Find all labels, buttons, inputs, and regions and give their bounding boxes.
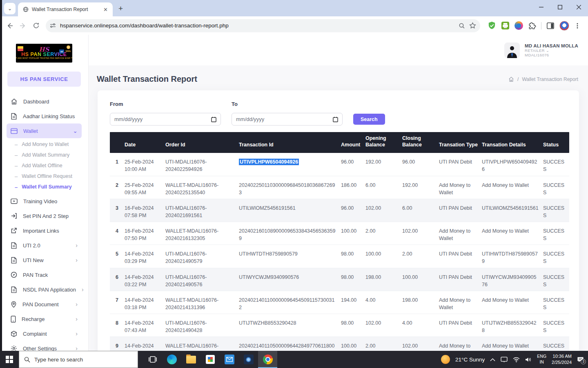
url-text[interactable]: hspanservice.onlinepsa.com/dashboard/wal… xyxy=(60,22,454,29)
time-value: 03:18 PM xyxy=(125,304,161,311)
tab-search-button[interactable]: ⌄ xyxy=(4,3,16,14)
tab-close-button[interactable]: ✕ xyxy=(102,7,109,13)
taskbar-chrome[interactable] xyxy=(258,351,277,368)
task-view-button[interactable] xyxy=(143,351,162,368)
site-info-icon[interactable] xyxy=(50,22,56,29)
taskbar-mail[interactable] xyxy=(220,351,239,368)
start-button[interactable] xyxy=(0,351,19,368)
sidebar-item-wallet[interactable]: Wallet ⌄ xyxy=(7,123,82,138)
row-transation-type: Add Money to Wallet xyxy=(439,222,482,245)
sidebar-item-recharge[interactable]: Recharge › xyxy=(7,312,82,326)
volume-icon[interactable] xyxy=(525,357,532,362)
to-date-input[interactable]: mm/dd/yyyy xyxy=(232,113,343,126)
transaction-id[interactable]: 20240214011000000964545091157300312 xyxy=(239,297,335,310)
tray-chevron-up-icon[interactable] xyxy=(490,358,495,361)
sidebar-item-dashboard[interactable]: Dashboard xyxy=(7,94,82,109)
taskbar-search-box[interactable]: Type here to search xyxy=(19,351,138,368)
sidebar-item-uti-new[interactable]: UTI New › xyxy=(7,253,82,267)
compass-icon xyxy=(11,272,17,278)
date-value: 14-Feb-2024 xyxy=(125,319,161,327)
user-menu[interactable]: MD ALI HASAN MOLLA RETAILER ⌄ MDALI16076 xyxy=(504,43,578,58)
transaction-id[interactable]: UTIWYCWJM9340990576 xyxy=(239,274,299,280)
row-amount: 96.00 xyxy=(341,153,365,168)
header-status: Status xyxy=(543,139,569,153)
header-closing-balance: Closing Balance xyxy=(402,132,439,153)
browser-tab[interactable]: Wallet Transaction Report ✕ xyxy=(18,2,113,16)
back-button[interactable] xyxy=(4,20,16,31)
transaction-id[interactable]: UTIJTWZHB8553290428 xyxy=(239,320,296,326)
window-close-button[interactable] xyxy=(569,0,588,14)
header-transation-details: Transation Details xyxy=(482,139,543,153)
notification-center-button[interactable]: 3 xyxy=(577,357,584,363)
sidebar-item-pan-track[interactable]: PAN Track xyxy=(7,267,82,282)
row-order-id: WALLET-MDALI16076-20240216132305 xyxy=(165,222,239,245)
taskbar-clock[interactable]: 10:36 AM2/25/2024 xyxy=(552,353,572,366)
sidebar-item-nsdl-pan-application[interactable]: NSDL PAN Application › xyxy=(7,282,82,297)
sidebar-item-aadhar-linking-status[interactable]: Aadhar Linking Status xyxy=(7,109,82,123)
taskbar-file-explorer[interactable] xyxy=(181,351,200,368)
taskbar-photos-app[interactable] xyxy=(239,351,258,368)
row-order-id: UTI-MDALI16076-2024021490428 xyxy=(165,314,239,337)
chevron-right-icon: › xyxy=(76,242,78,249)
from-date-input[interactable]: mm/dd/yyyy xyxy=(110,113,221,126)
reload-button[interactable] xyxy=(30,20,42,31)
browser-menu-kebab-icon[interactable] xyxy=(574,22,581,29)
window-maximize-button[interactable] xyxy=(550,0,569,14)
transaction-id[interactable]: 20240214011050000964428497706118003 xyxy=(239,343,335,351)
zoom-icon[interactable] xyxy=(459,22,465,29)
row-status: SUCCESS xyxy=(543,314,569,337)
weather-sun-icon[interactable] xyxy=(441,355,450,364)
extensions-puzzle-icon[interactable] xyxy=(528,22,536,30)
breadcrumb: / Wallet Transaction Report xyxy=(508,76,578,82)
mail-icon xyxy=(225,355,234,364)
forward-button[interactable] xyxy=(17,20,29,31)
printer-extension-icon[interactable] xyxy=(501,21,510,30)
sidebar-item-complaint[interactable]: Complaint › xyxy=(7,326,82,341)
transaction-id[interactable]: 20240216010890000965338434565363599 xyxy=(239,228,335,241)
sidebar-item-uti-20[interactable]: UTI 2.0 › xyxy=(7,238,82,253)
adguard-extension-icon[interactable] xyxy=(488,21,496,30)
sidebar-subitem-wallet-full-summary[interactable]: –Wallet Full Summary xyxy=(7,182,82,192)
sidebar-subitem-add-wallet-summary[interactable]: –Add Wallet Summary xyxy=(7,150,82,160)
wifi-icon[interactable] xyxy=(513,357,520,362)
color-circle-extension-icon[interactable] xyxy=(514,21,523,30)
toolbar-divider xyxy=(541,22,541,29)
row-status: SUCCESS xyxy=(543,153,569,175)
task-view-icon xyxy=(148,355,157,364)
search-button[interactable]: Search xyxy=(353,114,385,125)
sidebar-subitem-add-wallet-offline[interactable]: –Add Wallet Offline xyxy=(7,160,82,171)
sidebar-item-pan-document[interactable]: PAN Document › xyxy=(7,297,82,312)
sidebar-item-set-pin-2step[interactable]: Set PIN And 2 Step xyxy=(7,209,82,223)
transaction-id[interactable]: UTIVPLHPW6504094926 xyxy=(239,159,299,165)
transaction-id[interactable]: UTILWIOMZ5456191561 xyxy=(239,205,296,211)
taskbar-edge[interactable] xyxy=(162,351,181,368)
address-bar[interactable]: hspanservice.onlinepsa.com/dashboard/wal… xyxy=(46,19,480,32)
row-status: SUCCESS xyxy=(543,199,569,222)
taskbar-store[interactable] xyxy=(200,351,220,368)
home-icon[interactable] xyxy=(508,76,514,82)
sidebar-subitem-add-money-to-wallet[interactable]: –Add Money to Wallet xyxy=(7,139,82,150)
chevron-right-icon: › xyxy=(76,301,78,307)
sidebar-item-important-links[interactable]: Important Links xyxy=(7,223,82,238)
language-indicator[interactable]: ENGIN xyxy=(537,354,546,365)
transaction-id[interactable]: UTIHWTDTH8759890579 xyxy=(239,251,298,257)
row-transation-details: Add Money to Wallet xyxy=(482,176,543,191)
row-transaction-id: UTILWIOMZ5456191561 xyxy=(239,199,341,214)
sidebar-item-other-settings[interactable]: Other Settings › xyxy=(7,341,82,351)
cast-icon[interactable] xyxy=(501,357,508,362)
video-icon xyxy=(11,198,18,204)
sidebar-subitem-wallet-offline-request[interactable]: –Wallet Offline Request xyxy=(7,171,82,182)
bookmark-star-icon[interactable] xyxy=(469,22,476,29)
row-amount: 100.00 xyxy=(341,337,365,351)
new-tab-button[interactable]: + xyxy=(118,4,123,13)
weather-text[interactable]: 21°C Sunny xyxy=(455,357,485,363)
sidebar-item-training-video[interactable]: Training Video xyxy=(7,194,82,209)
transaction-id[interactable]: 20240225011030000968450180368672693 xyxy=(239,182,335,195)
browser-profile-avatar[interactable] xyxy=(559,21,569,31)
calendar-icon[interactable] xyxy=(211,117,216,122)
window-minimize-button[interactable] xyxy=(532,0,550,14)
photos-app-icon xyxy=(244,355,254,364)
calendar-icon[interactable] xyxy=(333,117,338,122)
side-panel-icon[interactable] xyxy=(546,22,555,30)
row-closing-balance: 96.00 xyxy=(402,153,439,168)
